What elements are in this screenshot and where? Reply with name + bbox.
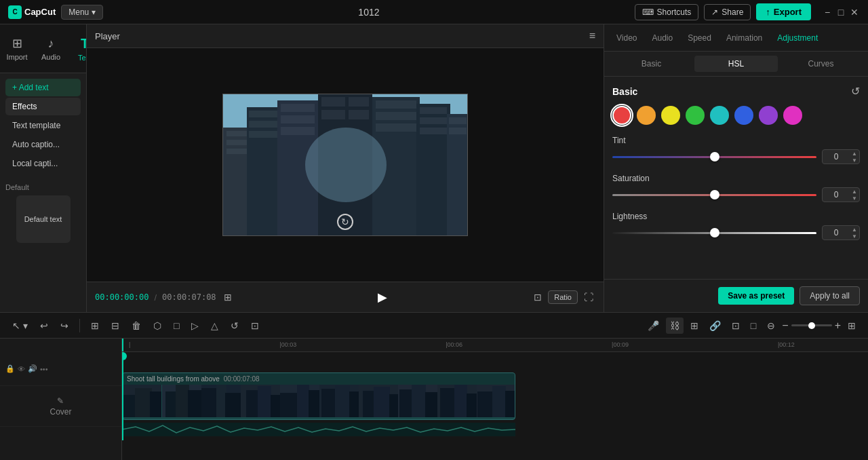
left-sidebar: ⊞ Import ♪ Audio T Text ☆ Stickers » + A… — [0, 24, 87, 312]
sidebar-item-auto-caption[interactable]: Auto captio... — [5, 136, 81, 153]
lightness-slider-thumb[interactable] — [710, 228, 719, 237]
split-audio-tool[interactable]: ⊟ — [107, 318, 123, 334]
import-label: Import — [6, 53, 27, 61]
playback-controls: ▶ — [373, 288, 392, 307]
align-button[interactable]: ⊡ — [728, 318, 744, 334]
playhead-line — [122, 352, 123, 440]
share-button[interactable]: ↗Share — [704, 4, 751, 20]
right-tab-row: Video Audio Speed Animation Adjustment — [604, 24, 868, 52]
delete-tool[interactable]: 🗑 — [127, 318, 145, 334]
grid-view-button[interactable]: ⊞ — [222, 290, 234, 305]
fit-screen-button[interactable]: ⊡ — [532, 290, 544, 305]
maximize-button[interactable]: □ — [835, 7, 846, 18]
sidebar-item-effects[interactable]: Effects — [5, 98, 81, 115]
saturation-up-arrow[interactable]: ▲ — [850, 188, 859, 195]
toolbar-icons: ⊞ Import ♪ Audio T Text ☆ Stickers » — [0, 24, 86, 73]
color-orange[interactable] — [637, 106, 656, 125]
track-more-button[interactable]: ••• — [40, 365, 48, 373]
saturation-slider-track[interactable] — [612, 194, 816, 196]
saturation-input[interactable] — [823, 188, 850, 202]
color-green[interactable] — [686, 106, 705, 125]
crop-tool[interactable]: ⬡ — [149, 318, 165, 334]
select-tool[interactable]: ↖ ▾ — [8, 318, 32, 334]
link-clip-button[interactable]: ⛓ — [666, 318, 684, 334]
saturation-down-arrow[interactable]: ▼ — [850, 195, 859, 202]
tint-slider-track[interactable] — [612, 156, 816, 158]
svg-rect-57 — [389, 394, 398, 417]
tint-up-arrow[interactable]: ▲ — [850, 150, 859, 157]
svg-rect-20 — [376, 112, 416, 120]
color-cyan[interactable] — [710, 106, 729, 125]
tab-adjustment[interactable]: Adjustment — [770, 29, 825, 47]
zoom-slider[interactable] — [791, 324, 832, 326]
color-red[interactable] — [612, 106, 631, 125]
track-lock-button[interactable]: 🔒 — [5, 364, 15, 373]
redo-button[interactable]: ↪ — [56, 318, 73, 334]
color-blue[interactable] — [734, 106, 753, 125]
crop-resize-tool[interactable]: ⊡ — [247, 318, 263, 334]
link-button[interactable]: 🔗 — [705, 318, 725, 334]
caption-button[interactable]: □ — [747, 318, 760, 334]
lightness-input[interactable] — [823, 226, 850, 239]
tint-down-arrow[interactable]: ▼ — [850, 157, 859, 164]
close-button[interactable]: ✕ — [849, 7, 860, 18]
export-button[interactable]: ↑Export — [756, 3, 811, 20]
toolbar-item-audio[interactable]: ♪ Audio — [34, 33, 68, 65]
tab-video[interactable]: Video — [610, 29, 644, 47]
freeze-tool[interactable]: □ — [170, 318, 183, 334]
sidebar-item-local-caption[interactable]: Local capti... — [5, 155, 81, 172]
ratio-button[interactable]: Ratio — [548, 290, 578, 304]
svg-rect-69 — [505, 391, 515, 417]
lightness-up-arrow[interactable]: ▲ — [850, 226, 859, 233]
fit-timeline-button[interactable]: ⊞ — [844, 318, 860, 334]
cover-button[interactable]: ✎ Cover — [50, 396, 71, 417]
lightness-down-arrow[interactable]: ▼ — [850, 233, 859, 239]
player-title: Player — [95, 31, 120, 41]
zoom-out-button[interactable]: − — [782, 320, 788, 332]
lightness-slider-track[interactable] — [612, 232, 816, 234]
add-text-button[interactable]: + Add text — [5, 79, 81, 96]
b-roll-button[interactable]: ⊞ — [686, 318, 703, 334]
subtab-curves[interactable]: Curves — [779, 56, 863, 72]
tab-audio[interactable]: Audio — [645, 29, 679, 47]
color-purple[interactable] — [759, 106, 778, 125]
tint-input[interactable] — [823, 150, 850, 164]
motion-blur-tool[interactable]: ▷ — [187, 318, 203, 334]
video-clip[interactable]: Shoot tall buildings from above 00:00:07… — [122, 372, 515, 420]
minimize-button[interactable]: − — [822, 7, 833, 18]
track-visibility-button[interactable]: 👁 — [18, 365, 25, 373]
save-preset-button[interactable]: Save as preset — [718, 287, 794, 305]
play-button[interactable]: ▶ — [373, 288, 392, 307]
thumb-5 — [280, 385, 319, 417]
lightness-slider-container: ▲ ▼ — [612, 225, 860, 240]
thumb-10 — [477, 385, 515, 417]
subtab-hsl[interactable]: HSL — [694, 56, 778, 72]
saturation-slider-thumb[interactable] — [710, 190, 719, 199]
flip-tool[interactable]: △ — [207, 318, 222, 334]
toolbar-item-text[interactable]: T Text — [68, 32, 86, 66]
toolbar-item-import[interactable]: ⊞ Import — [0, 32, 34, 65]
cover-label-area: ✎ Cover — [0, 386, 121, 427]
mic-button[interactable]: 🎤 — [644, 318, 663, 334]
subtab-basic[interactable]: Basic — [610, 56, 693, 72]
color-magenta[interactable] — [783, 106, 802, 125]
default-text-card[interactable]: Default text — [16, 195, 71, 243]
tab-animation[interactable]: Animation — [719, 29, 769, 47]
track-audio-button[interactable]: 🔊 — [28, 364, 37, 373]
menu-button[interactable]: Menu ▾ — [61, 5, 103, 20]
player-menu-button[interactable]: ≡ — [589, 30, 595, 42]
fullscreen-button[interactable]: ⛶ — [582, 290, 595, 305]
color-yellow[interactable] — [661, 106, 680, 125]
zoom-in-button[interactable]: + — [835, 320, 841, 332]
rotate-tool[interactable]: ↺ — [226, 318, 243, 334]
reset-button[interactable]: ↺ — [851, 85, 860, 98]
apply-all-button[interactable]: Apply to all — [800, 286, 860, 305]
tint-slider-thumb[interactable] — [710, 152, 719, 161]
split-tool[interactable]: ⊞ — [87, 318, 103, 334]
shortcuts-button[interactable]: ⌨Shortcuts — [635, 4, 699, 20]
sidebar-item-text-template[interactable]: Text template — [5, 117, 81, 134]
undo-button[interactable]: ↩ — [36, 318, 52, 334]
tab-speed[interactable]: Speed — [681, 29, 718, 47]
remove-button[interactable]: ⊖ — [763, 318, 779, 334]
default-text-label: Default text — [24, 215, 62, 223]
